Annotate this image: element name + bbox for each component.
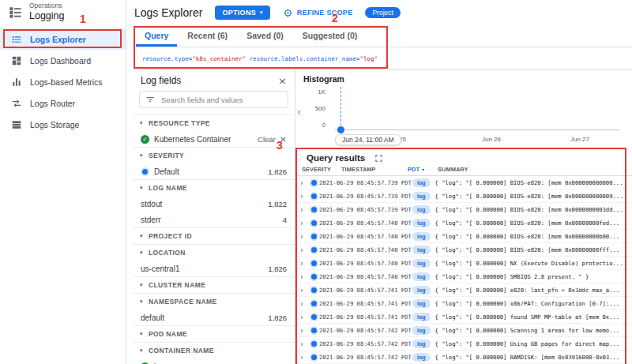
close-icon[interactable]: ×	[278, 76, 287, 86]
log-name-badge[interactable]: log	[412, 353, 431, 362]
log-name-badge[interactable]: log	[412, 259, 431, 268]
log-entry-row[interactable]: ›2021-06-29 08:45:57.739 PDTlog{ "log": …	[295, 176, 632, 190]
refine-scope-button[interactable]: REFINE SCOPE	[283, 8, 353, 18]
log-fields-search[interactable]	[139, 91, 288, 108]
tab-saved-0[interactable]: Saved (0)	[238, 25, 292, 47]
expand-chevron-icon[interactable]: ›	[295, 313, 308, 321]
expand-chevron-icon[interactable]: ›	[295, 205, 308, 214]
log-entry-row[interactable]: ›2021-06-29 08:45:57.741 PDTlog{ "log": …	[295, 283, 632, 297]
section-header-log-name[interactable]: ▾LOG NAME	[133, 180, 295, 196]
x-tick-label: Jun 27	[570, 136, 589, 143]
log-field-item-log[interactable]: ✓logClear×	[133, 358, 295, 364]
section-header-project-id[interactable]: ▾PROJECT ID	[133, 228, 295, 244]
operations-logo-icon	[8, 5, 23, 20]
tab-query[interactable]: Query	[136, 25, 177, 47]
log-field-item-kubernetes-container[interactable]: ✓Kubernetes ContainerClear×	[133, 131, 295, 147]
log-name-badge[interactable]: log	[412, 192, 431, 201]
expand-chevron-icon[interactable]: ›	[295, 246, 308, 254]
sidebar-item-logs-storage[interactable]: Logs Storage	[0, 114, 126, 135]
log-field-item-stdout[interactable]: stdout1,822	[133, 196, 295, 212]
log-entry-row[interactable]: ›2021-06-29 08:45:57.739 PDTlog{ "log": …	[295, 203, 632, 216]
section-header-severity[interactable]: ▾SEVERITY	[133, 148, 295, 163]
log-entry-row[interactable]: ›2021-06-29 08:45:57.740 PDTlog{ "log": …	[295, 230, 632, 243]
log-name-badge[interactable]: log	[412, 205, 431, 214]
log-entry-row[interactable]: ›2021-06-29 08:45:57.741 PDTlog{ "log": …	[295, 310, 632, 324]
time-marker-dot[interactable]	[337, 126, 344, 133]
section-name: POD NAME	[149, 330, 187, 338]
severity-default-icon	[142, 169, 148, 174]
log-entry-row[interactable]: ›2021-06-29 08:45:57.740 PDTlog{ "log": …	[295, 257, 632, 270]
log-entry-row[interactable]: ›2021-06-29 08:45:57.740 PDTlog{ "log": …	[295, 216, 632, 230]
sidebar-item-logs-dashboard[interactable]: Logs Dashboard	[0, 50, 126, 71]
sidebar-item-label: Logs Storage	[30, 120, 79, 129]
timezone-dropdown[interactable]: PDT ▾	[408, 166, 438, 173]
expand-chevron-icon[interactable]: ›	[295, 272, 308, 281]
search-input[interactable]	[160, 95, 282, 105]
chevron-down-icon: ▾	[140, 347, 143, 354]
tab-recent-6[interactable]: Recent (6)	[179, 25, 236, 47]
section-name: CONTAINER NAME	[149, 347, 214, 355]
log-field-item-default[interactable]: default1,826	[133, 310, 295, 325]
product-eyebrow: Operations	[29, 2, 65, 10]
severity-default-icon	[311, 247, 317, 253]
expand-chevron-icon[interactable]: ›	[295, 340, 308, 348]
sidebar-item-logs-based-metrics[interactable]: Logs-based Metrics	[0, 71, 126, 92]
severity-cell	[308, 261, 319, 266]
histogram-panel: Histogram ‹ 1K5000 Jun 24, 11:00 AM Jun …	[295, 70, 632, 148]
log-name-badge[interactable]: log	[412, 313, 431, 321]
log-name-badge[interactable]: log	[412, 326, 431, 335]
log-name-badge[interactable]: log	[412, 286, 431, 295]
section-header-namespace-name[interactable]: ▾NAMESPACE NAME	[133, 294, 295, 310]
tab-suggested-0[interactable]: Suggested (0)	[294, 25, 366, 47]
log-name-badge[interactable]: log	[412, 232, 431, 241]
log-entry-row[interactable]: ›2021-06-29 08:45:57.739 PDTlog{ "log": …	[295, 190, 632, 203]
expand-chevron-icon[interactable]: ›	[295, 178, 308, 187]
log-name-badge[interactable]: log	[412, 246, 431, 254]
log-name-badge[interactable]: log	[412, 219, 431, 227]
expand-chevron-icon[interactable]: ›	[295, 286, 308, 295]
section-header-container-name[interactable]: ▾CONTAINER NAME	[133, 343, 295, 358]
severity-default-icon	[311, 314, 317, 320]
section-header-cluster-name[interactable]: ▾CLUSTER NAME	[133, 277, 295, 293]
expand-chevron-icon[interactable]: ›	[295, 192, 308, 201]
expand-chevron-icon[interactable]: ›	[295, 326, 308, 335]
chevron-down-icon: ▾	[140, 152, 143, 159]
log-field-item-us-central1[interactable]: us-central11,826	[133, 261, 295, 276]
field-count: 1,826	[268, 167, 287, 176]
log-name-badge[interactable]: log	[412, 178, 431, 187]
section-header-pod-name[interactable]: ▾POD NAME	[133, 326, 295, 342]
log-entry-row[interactable]: ›2021-06-29 08:45:57.741 PDTlog{ "log": …	[295, 297, 632, 310]
severity-cell	[308, 314, 319, 320]
log-name-badge[interactable]: log	[412, 272, 431, 281]
log-summary: { "log": "[ 0.000000] Using GB pages for…	[435, 340, 632, 347]
time-marker-pill[interactable]: Jun 24, 11:00 AM	[335, 134, 401, 145]
log-name-badge[interactable]: log	[412, 340, 431, 348]
query-editor[interactable]: resource.type="k8s_container" resource.l…	[133, 47, 632, 69]
chevron-left-icon[interactable]: ‹	[297, 106, 301, 118]
options-button[interactable]: OPTIONS ▾	[215, 6, 269, 20]
log-field-item-default[interactable]: Default1,826	[133, 163, 295, 179]
sidebar-item-logs-router[interactable]: Logs Router	[0, 92, 126, 114]
log-name-badge[interactable]: log	[412, 299, 431, 308]
chevron-down-icon: ▾	[140, 120, 143, 126]
log-entry-row[interactable]: ›2021-06-29 08:45:57.742 PDTlog{ "log": …	[295, 337, 632, 351]
expand-chevron-icon[interactable]: ›	[295, 353, 308, 362]
log-entry-row[interactable]: ›2021-06-29 08:45:57.740 PDTlog{ "log": …	[295, 243, 632, 257]
log-entry-row[interactable]: ›2021-06-29 08:45:57.742 PDTlog{ "log": …	[295, 324, 632, 337]
severity-default-icon	[311, 234, 317, 239]
query-tabs: QueryRecent (6)Saved (0)Suggested (0)	[133, 25, 632, 47]
section-header-resource-type[interactable]: ▾RESOURCE TYPE	[133, 115, 295, 131]
project-scope-badge[interactable]: Project	[365, 7, 400, 18]
query-segment: resource.type=	[142, 55, 192, 62]
section-header-location[interactable]: ▾LOCATION	[133, 245, 295, 261]
log-entry-row[interactable]: ›2021-06-29 08:45:57.740 PDTlog{ "log": …	[295, 270, 632, 283]
expand-icon[interactable]	[374, 154, 383, 163]
sidebar-item-logs-explorer[interactable]: Logs Explorer	[0, 28, 126, 50]
expand-chevron-icon[interactable]: ›	[295, 232, 308, 241]
expand-chevron-icon[interactable]: ›	[295, 219, 308, 227]
log-entry-row[interactable]: ›2021-06-29 08:45:57.742 PDTlog{ "log": …	[295, 351, 632, 364]
sidebar-item-label: Logs Dashboard	[30, 56, 91, 66]
expand-chevron-icon[interactable]: ›	[295, 259, 308, 268]
expand-chevron-icon[interactable]: ›	[295, 299, 308, 308]
log-field-item-stderr[interactable]: stderr4	[133, 212, 295, 227]
